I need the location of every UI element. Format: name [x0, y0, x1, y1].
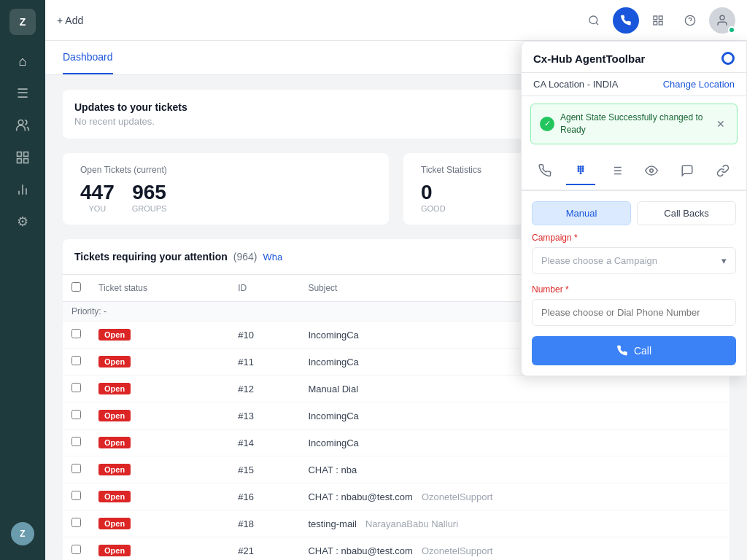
ticket-id: #14 — [229, 429, 299, 456]
tickets-count: (964) — [233, 251, 258, 262]
change-location-link[interactable]: Change Location — [663, 79, 735, 90]
ticket-id: #12 — [229, 376, 299, 402]
status-badge: Open — [98, 329, 131, 341]
status-badge: Open — [98, 437, 131, 448]
table-row: Open #13 IncomingCa — [63, 402, 729, 429]
campaign-field: Campaign * Please choose a Campaign ▾ — [532, 233, 736, 274]
cx-status-dot — [721, 52, 735, 65]
campaign-dropdown-arrow: ▾ — [721, 255, 727, 266]
svg-point-20 — [577, 168, 579, 170]
tab-manual[interactable]: Manual — [532, 201, 631, 225]
svg-point-22 — [581, 168, 584, 170]
open-tickets-title: Open Tickets (current) — [80, 165, 371, 175]
number-input[interactable] — [532, 299, 736, 326]
ticket-subject: CHAT : nbabu@test.comOzonetelSupport — [299, 483, 729, 510]
cx-tabs: Manual Call Backs — [522, 191, 746, 233]
stat-you-number: 447 — [80, 181, 115, 204]
tickets-title: Tickets requiring your attention — [74, 251, 228, 262]
row-checkbox[interactable] — [71, 356, 81, 365]
tab-callbacks[interactable]: Call Backs — [637, 201, 736, 225]
svg-point-17 — [577, 166, 579, 168]
select-all-checkbox[interactable] — [71, 282, 81, 292]
row-checkbox[interactable] — [71, 410, 81, 419]
status-badge: Open — [98, 464, 131, 475]
svg-point-33 — [650, 168, 654, 172]
row-checkbox[interactable] — [71, 518, 81, 527]
stat-groups-number: 965 — [132, 181, 167, 204]
col-status: Ticket status — [90, 275, 229, 302]
row-checkbox[interactable] — [71, 491, 81, 500]
main-content: + Add Dashboard — [45, 0, 747, 560]
ticket-subject: CHAT : nba — [299, 456, 729, 483]
svg-point-16 — [720, 15, 724, 20]
avatar-status-dot — [728, 26, 735, 34]
dialpad-tool-button[interactable] — [566, 156, 595, 185]
tickets-link[interactable]: Wha — [263, 252, 282, 262]
notif-text: Agent State Successfully changed to Read… — [560, 112, 708, 136]
status-badge: Open — [98, 356, 131, 368]
status-badge: Open — [98, 383, 131, 394]
row-checkbox[interactable] — [71, 437, 81, 446]
sidebar-item-reports[interactable] — [8, 143, 37, 172]
row-checkbox[interactable] — [71, 383, 81, 392]
svg-point-23 — [577, 170, 579, 172]
tab-dashboard[interactable]: Dashboard — [63, 41, 113, 74]
sidebar-item-analytics[interactable] — [8, 175, 37, 204]
notif-close-button[interactable]: ✕ — [713, 117, 728, 131]
add-button[interactable]: + Add — [57, 15, 83, 26]
cx-title: Cx-Hub AgentToolbar — [533, 52, 645, 65]
stat-groups-label: GROUPS — [132, 204, 167, 213]
campaign-select[interactable]: Please choose a Campaign ▾ — [532, 247, 736, 274]
topbar: + Add — [45, 0, 747, 41]
notif-check-icon: ✓ — [540, 117, 554, 131]
svg-rect-4 — [24, 159, 28, 163]
ticket-id: #10 — [229, 322, 299, 349]
phone-button[interactable] — [613, 7, 639, 34]
table-row: Open #21 CHAT : nbabu@test.comOzonetelSu… — [63, 537, 729, 561]
svg-rect-1 — [18, 152, 22, 157]
phone-tool-button[interactable] — [530, 156, 560, 185]
stat-groups: 965 GROUPS — [132, 181, 167, 213]
open-tickets-card: Open Tickets (current) 447 YOU 965 GROUP… — [63, 153, 389, 225]
sidebar: Z ⌂ ☰ ⚙ Z — [0, 0, 45, 560]
svg-rect-11 — [659, 16, 662, 20]
help-button[interactable] — [677, 7, 703, 34]
ticket-subject: CHAT : nbabu@test.comOzonetelSupport — [299, 537, 729, 561]
table-row: Open #15 CHAT : nba — [63, 456, 729, 483]
cx-form: Campaign * Please choose a Campaign ▾ Nu… — [522, 233, 746, 376]
status-badge: Open — [98, 545, 131, 556]
stat-you: 447 YOU — [80, 181, 115, 213]
sidebar-bottom-avatar: Z — [11, 522, 34, 545]
status-badge: Open — [98, 518, 131, 529]
table-row: Open #18 testing-mailNarayanaBabu Nallur… — [63, 510, 729, 537]
cx-header: Cx-Hub AgentToolbar — [522, 42, 746, 73]
search-button[interactable] — [581, 7, 607, 34]
svg-rect-10 — [654, 16, 657, 20]
sidebar-item-users[interactable] — [8, 111, 37, 140]
ticket-id: #16 — [229, 483, 299, 510]
chat-tool-button[interactable] — [673, 156, 702, 185]
ticket-subject: IncomingCa — [299, 429, 729, 456]
sidebar-item-home[interactable]: ⌂ — [8, 47, 37, 76]
topbar-icons — [581, 7, 735, 34]
link-tool-button[interactable] — [708, 156, 738, 185]
row-checkbox[interactable] — [71, 329, 81, 338]
user-avatar[interactable] — [709, 7, 735, 34]
call-button-label: Call — [634, 345, 651, 357]
cx-notification: ✓ Agent State Successfully changed to Re… — [530, 104, 738, 144]
cx-location-text: CA Location - INDIA — [533, 79, 618, 90]
call-button[interactable]: Call — [532, 336, 736, 365]
stat-you-label: YOU — [80, 204, 115, 213]
row-checkbox[interactable] — [71, 545, 81, 554]
ticket-subject: testing-mailNarayanaBabu Nalluri — [299, 510, 729, 537]
ticket-id: #13 — [229, 402, 299, 429]
cx-location-row: CA Location - INDIA Change Location — [522, 73, 746, 96]
eye-tool-button[interactable] — [637, 156, 666, 185]
svg-point-21 — [579, 168, 581, 170]
cx-toolbar — [522, 152, 746, 191]
row-checkbox[interactable] — [71, 464, 81, 473]
list-tool-button[interactable] — [602, 156, 631, 185]
sidebar-item-settings[interactable]: ⚙ — [8, 207, 37, 236]
sidebar-item-tickets[interactable]: ☰ — [8, 79, 37, 108]
apps-button[interactable] — [645, 7, 671, 34]
